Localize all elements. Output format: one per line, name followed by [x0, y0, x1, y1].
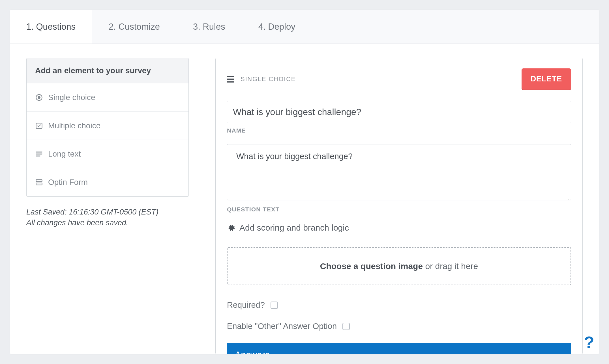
form-icon	[35, 178, 43, 186]
element-label: Long text	[48, 150, 81, 159]
element-multiple-choice[interactable]: Multiple choice	[27, 112, 188, 140]
element-label: Multiple choice	[48, 121, 100, 130]
question-text-field-label: QUESTION TEXT	[227, 206, 571, 213]
enable-other-row: Enable "Other" Answer Option	[227, 322, 571, 331]
required-checkbox[interactable]	[271, 302, 278, 309]
answers-header: Answers	[227, 343, 571, 354]
dropzone-rest: or drag it here	[423, 261, 478, 271]
save-status-msg: All changes have been saved.	[26, 218, 189, 228]
svg-rect-7	[36, 183, 42, 185]
elements-header: Add an element to your survey	[27, 58, 188, 83]
drag-handle-icon[interactable]	[227, 76, 234, 83]
type-indicator: SINGLE CHOICE	[227, 75, 296, 83]
tab-questions[interactable]: 1. Questions	[10, 10, 92, 44]
tab-deploy[interactable]: 4. Deploy	[242, 10, 312, 44]
question-name-input[interactable]: What is your biggest challenge?	[227, 101, 571, 123]
element-long-text[interactable]: Long text	[27, 140, 188, 168]
image-dropzone[interactable]: Choose a question image or drag it here	[227, 247, 571, 285]
tab-customize[interactable]: 2. Customize	[92, 10, 177, 44]
svg-rect-2	[36, 123, 42, 128]
delete-button[interactable]: DELETE	[522, 68, 571, 90]
required-label: Required?	[227, 300, 265, 310]
scoring-label: Add scoring and branch logic	[239, 223, 349, 233]
gear-icon	[227, 224, 235, 232]
checkbox-icon	[35, 122, 43, 130]
element-optin-form[interactable]: Optin Form	[27, 168, 188, 196]
page-root: { "tabs": [ { "label": "1. Questions" },…	[0, 0, 609, 364]
save-status-time: Last Saved: 16:16:30 GMT-0500 (EST)	[26, 207, 189, 218]
tab-bar: 1. Questions 2. Customize 3. Rules 4. De…	[10, 10, 599, 44]
enable-other-label: Enable "Other" Answer Option	[227, 322, 337, 331]
tab-rules[interactable]: 3. Rules	[177, 10, 242, 44]
element-single-choice[interactable]: Single choice	[27, 83, 188, 112]
elements-card: Add an element to your survey Single cho…	[26, 58, 189, 197]
dropzone-text: Choose a question image or drag it here	[320, 261, 478, 271]
sidebar: Add an element to your survey Single cho…	[26, 58, 189, 228]
name-field-label: NAME	[227, 127, 571, 134]
question-editor: SINGLE CHOICE DELETE What is your bigges…	[215, 58, 583, 354]
save-status: Last Saved: 16:16:30 GMT-0500 (EST) All …	[26, 207, 189, 228]
element-label: Single choice	[48, 93, 95, 102]
main-panel: 1. Questions 2. Customize 3. Rules 4. De…	[10, 10, 599, 354]
lines-icon	[35, 150, 43, 158]
svg-rect-6	[36, 180, 42, 182]
panel-body: Add an element to your survey Single cho…	[10, 44, 599, 354]
svg-point-1	[38, 96, 40, 98]
question-type-label: SINGLE CHOICE	[241, 75, 296, 83]
question-text-input[interactable]	[227, 144, 571, 200]
dropzone-bold: Choose a question image	[320, 261, 423, 271]
element-label: Optin Form	[48, 178, 88, 187]
help-button[interactable]: ?	[584, 333, 594, 352]
radio-dot-icon	[35, 94, 43, 101]
required-row: Required?	[227, 300, 571, 310]
enable-other-checkbox[interactable]	[342, 323, 350, 330]
add-scoring-link[interactable]: Add scoring and branch logic	[227, 223, 571, 233]
editor-top: SINGLE CHOICE DELETE	[227, 68, 571, 90]
